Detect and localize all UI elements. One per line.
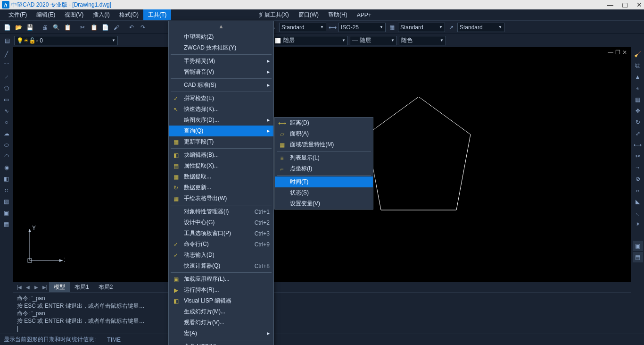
submenu-item[interactable]: ⌐点坐标(I) bbox=[275, 163, 373, 174]
dim-icon[interactable]: ⟷ bbox=[327, 22, 338, 33]
dropdown-item[interactable]: ▦手绘表格导出(W) bbox=[169, 193, 273, 204]
match-icon[interactable]: 🖌 bbox=[111, 22, 122, 33]
open-icon[interactable]: 📂 bbox=[13, 22, 24, 33]
minimize-button[interactable]: — bbox=[607, 1, 613, 8]
linetype-combo[interactable]: —随层▼ bbox=[350, 36, 397, 45]
scale-icon[interactable]: ⤢ bbox=[633, 128, 643, 139]
move-icon[interactable]: ✥ bbox=[633, 106, 643, 116]
dropdown-item[interactable]: ↻数据更新... bbox=[169, 182, 273, 193]
submenu-item[interactable]: ▱面积(A) bbox=[275, 128, 373, 139]
layer-manager-icon[interactable]: ▤ bbox=[2, 35, 12, 46]
dropdown-item[interactable]: 智能语音(V)▶ bbox=[169, 67, 273, 77]
command-window[interactable]: 命令: '_pan 按 ESC 或 ENTER 键退出，或者单击鼠标右键显… 命… bbox=[13, 292, 631, 334]
dropdown-item[interactable]: ✓命令行(C)Ctrl+9 bbox=[169, 239, 273, 250]
color-combo[interactable]: 随层▼ bbox=[272, 36, 348, 45]
line-icon[interactable]: ╱ bbox=[1, 49, 12, 59]
menu-insert[interactable]: 插入(I) bbox=[88, 9, 114, 20]
mirror-icon[interactable]: ▲ bbox=[633, 72, 643, 82]
chamfer-icon[interactable]: ◣ bbox=[633, 196, 643, 207]
cut-icon[interactable]: ✂ bbox=[77, 22, 88, 33]
menu-file[interactable]: 文件(F) bbox=[4, 9, 32, 20]
table-style-combo[interactable]: Standard▼ bbox=[398, 23, 445, 32]
publish-icon[interactable]: 📋 bbox=[62, 22, 73, 33]
break-icon[interactable]: ⊘ bbox=[633, 174, 643, 184]
dropdown-item[interactable]: 对象特性管理器(I)Ctrl+1 bbox=[169, 206, 273, 217]
menu-help[interactable]: 帮助(H) bbox=[323, 9, 352, 20]
dropdown-item[interactable]: ▶运行脚本(R)... bbox=[169, 285, 273, 295]
preview-icon[interactable]: 🔍 bbox=[51, 22, 61, 33]
dropdown-item[interactable]: ▤属性提取(X)... bbox=[169, 160, 273, 171]
tab-layout1[interactable]: 布局1 bbox=[70, 282, 94, 292]
text-style-combo[interactable]: Standard▼ bbox=[279, 23, 326, 32]
mleader-icon[interactable]: ↗ bbox=[446, 22, 456, 33]
dropdown-item[interactable]: 生成幻灯片(M)... bbox=[169, 306, 273, 317]
canvas-close-icon[interactable]: ✕ bbox=[622, 49, 627, 56]
donut-icon[interactable]: ◉ bbox=[1, 162, 12, 173]
submenu-item[interactable]: 时间(T) bbox=[275, 177, 373, 187]
region-icon[interactable]: ▣ bbox=[1, 208, 12, 218]
table-tool-icon[interactable]: ▦ bbox=[1, 219, 12, 229]
dropdown-item[interactable]: ▣加载应用程序(L)... bbox=[169, 274, 273, 285]
paste-icon[interactable]: 📄 bbox=[100, 22, 110, 33]
extend-icon[interactable]: → bbox=[633, 162, 643, 173]
spline-icon[interactable]: ∿ bbox=[1, 106, 12, 116]
dropdown-item[interactable]: ↖快速选择(K)... bbox=[169, 104, 273, 115]
revcloud-icon[interactable]: ☁ bbox=[1, 128, 12, 139]
dropdown-item[interactable]: 手势精灵(M)▶ bbox=[169, 56, 273, 67]
canvas-max-icon[interactable]: ❐ bbox=[615, 49, 620, 56]
submenu-item[interactable]: ≡列表显示(L) bbox=[275, 152, 373, 163]
explode-icon[interactable]: ✴ bbox=[633, 219, 643, 229]
menu-view[interactable]: 视图(V) bbox=[60, 9, 88, 20]
menu-format[interactable]: 格式(O) bbox=[115, 9, 143, 20]
menu-tools[interactable]: 工具(T) bbox=[143, 9, 171, 20]
submenu-item[interactable]: 设置变量(V) bbox=[275, 198, 373, 209]
dropdown-item[interactable]: 绘图次序(D)...▶ bbox=[169, 115, 273, 126]
menu-app[interactable]: APP+ bbox=[352, 10, 376, 20]
tab-layout2[interactable]: 布局2 bbox=[94, 282, 118, 292]
canvas-min-icon[interactable]: — bbox=[608, 49, 613, 56]
dropdown-item[interactable]: 观看幻灯片(V)... bbox=[169, 317, 273, 328]
dropdown-item[interactable]: CAD 标准(S)▶ bbox=[169, 80, 273, 91]
dropdown-item[interactable]: ▦数据提取... bbox=[169, 171, 273, 182]
stretch-icon[interactable]: ⟷ bbox=[633, 140, 643, 150]
tab-prev-icon[interactable]: ◀ bbox=[24, 285, 32, 290]
copy-tool-icon[interactable]: ⿻ bbox=[633, 60, 643, 71]
trim-icon[interactable]: ✂ bbox=[633, 151, 643, 161]
rotate-icon[interactable]: ↻ bbox=[633, 117, 643, 127]
block-icon[interactable]: ◧ bbox=[1, 174, 12, 184]
arc-icon[interactable]: ⌒ bbox=[1, 60, 12, 71]
layer-combo[interactable]: 💡☀🔓▫ 0▼ bbox=[14, 36, 118, 45]
dropdown-item[interactable]: 快速计算器(Q)Ctrl+8 bbox=[169, 261, 273, 271]
rectangle-icon[interactable]: ▭ bbox=[1, 94, 12, 105]
dim-style-combo[interactable]: ISO-25▼ bbox=[339, 23, 386, 32]
dropdown-item[interactable]: 宏(A)▶ bbox=[169, 328, 273, 339]
submenu-item[interactable]: ▦面域/质量特性(M) bbox=[275, 139, 373, 150]
ellipse-icon[interactable]: ⬭ bbox=[1, 140, 12, 150]
dropdown-item[interactable]: 设计中心(G)Ctrl+2 bbox=[169, 217, 273, 228]
save-icon[interactable]: 💾 bbox=[25, 22, 35, 33]
point-icon[interactable]: ∷ bbox=[1, 185, 12, 195]
dropdown-item[interactable]: ✓动态输入(D) bbox=[169, 250, 273, 261]
undo-icon[interactable]: ↶ bbox=[126, 22, 137, 33]
erase-icon[interactable]: 🧹 bbox=[633, 49, 643, 59]
close-button[interactable]: ✕ bbox=[636, 1, 642, 8]
new-icon[interactable]: 📄 bbox=[2, 22, 12, 33]
lineweight-combo[interactable]: 随色▼ bbox=[399, 36, 446, 45]
polyline-icon[interactable]: ⟋ bbox=[1, 72, 12, 82]
menu-window[interactable]: 窗口(W) bbox=[294, 9, 323, 20]
tab-next-icon[interactable]: ▶ bbox=[32, 285, 41, 290]
submenu-item[interactable]: ⟷距离(D) bbox=[275, 118, 373, 128]
menu-ext[interactable]: 扩展工具(X) bbox=[254, 9, 294, 20]
props-icon[interactable]: ▣ bbox=[633, 241, 643, 251]
dropdown-item[interactable]: ✓拼写检查(E) bbox=[169, 93, 273, 104]
ellipse-arc-icon[interactable]: ◠ bbox=[1, 151, 12, 161]
array-icon[interactable]: ▦ bbox=[633, 94, 643, 105]
fillet-icon[interactable]: ◟ bbox=[633, 208, 643, 218]
submenu-item[interactable]: 状态(S) bbox=[275, 187, 373, 198]
polygon-icon[interactable]: ⬠ bbox=[1, 83, 12, 93]
tab-first-icon[interactable]: |◀ bbox=[15, 285, 24, 290]
copy-icon[interactable]: 📋 bbox=[89, 22, 99, 33]
join-icon[interactable]: ⟗ bbox=[633, 185, 643, 195]
menu-edit[interactable]: 编辑(E) bbox=[32, 9, 60, 20]
dropdown-item[interactable]: ◧块编辑器(B)... bbox=[169, 150, 273, 160]
